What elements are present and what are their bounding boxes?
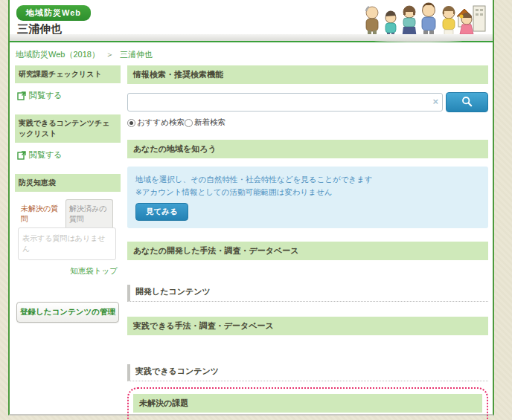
section-header-unsolved-issues: 未解決の課題	[133, 394, 482, 413]
tab-solved-questions[interactable]: 解決済みの質問	[65, 199, 113, 227]
section-header-developed: あなたの開発した手法・調査・データベース	[127, 242, 488, 260]
subsection-practice-contents: 実践できるコンテンツ	[127, 364, 488, 381]
breadcrumb: 地域防災Web（2018） ＞ 三浦伸也	[10, 42, 493, 65]
manage-registered-contents-button[interactable]: 登録したコンテンツの管理	[16, 302, 119, 323]
section-header-region: あなたの地域を知ろう	[127, 140, 488, 158]
view-link-label: 閲覧する	[29, 149, 63, 161]
view-link-label: 閲覧する	[29, 90, 63, 101]
search-button[interactable]	[446, 92, 488, 112]
search-row: ×	[127, 92, 488, 112]
highlight-annotation-box: 未解決の課題 あなたの研究に関連するかもしれない未解決の課題 課題 NO IMA…	[127, 387, 488, 420]
no-questions-message: 表示する質問はありません	[18, 227, 116, 260]
radio-recommended-label: おすすめ検索	[137, 117, 185, 128]
breadcrumb-separator: ＞	[106, 50, 114, 59]
open-page-icon	[17, 151, 26, 160]
radio-checked-icon	[127, 119, 135, 127]
clear-search-icon[interactable]: ×	[432, 97, 438, 106]
region-info-box: 地域を選択し、その自然特性・社会特性などを見ることができます ※アカウント情報と…	[127, 167, 488, 228]
sidebar-header-research-checklist: 研究課題チェックリスト	[15, 65, 121, 83]
chiebukuro-top-link[interactable]: 知恵袋トップ	[15, 266, 118, 277]
sidebar: 研究課題チェックリスト 閲覧する 実践できるコンテンツチェックリスト 閲覧する …	[15, 65, 121, 420]
search-mode-radios: おすすめ検索 新着検索	[127, 117, 488, 128]
page-frame: 地域防災Web 三浦伸也	[8, 0, 494, 416]
site-header: 地域防災Web 三浦伸也	[10, 0, 493, 42]
radio-new-label: 新着検索	[194, 117, 225, 128]
breadcrumb-current-link[interactable]: 三浦伸也	[120, 50, 153, 59]
radio-unchecked-icon	[185, 119, 193, 127]
section-header-practice-methods: 実践できる手法・調査・データベース	[127, 317, 488, 335]
subsection-developed-contents: 開発したコンテンツ	[127, 285, 488, 302]
research-checklist-view-link[interactable]: 閲覧する	[17, 90, 121, 101]
radio-new-search[interactable]: 新着検索	[185, 117, 225, 128]
see-region-button[interactable]: 見てみる	[135, 203, 188, 221]
header-divider	[10, 34, 493, 41]
main-content: 情報検索・推奨検索機能 × おすすめ検索	[127, 65, 488, 420]
region-info-line1: 地域を選択し、その自然特性・社会特性などを見ることができます	[135, 173, 480, 186]
region-info-line2: ※アカウント情報としての活動可能範囲は変わりません	[135, 186, 480, 198]
search-input[interactable]	[127, 93, 443, 112]
radio-recommended-search[interactable]: おすすめ検索	[127, 117, 185, 128]
tab-unsolved-questions[interactable]: 未解決の質問	[18, 200, 65, 227]
section-header-search: 情報検索・推奨検索機能	[127, 65, 488, 84]
magnifier-icon	[461, 96, 473, 109]
sidebar-header-practice-checklist: 実践できるコンテンツチェックリスト	[15, 114, 121, 143]
sidebar-header-chiebukuro: 防災知恵袋	[15, 174, 121, 192]
open-page-icon	[17, 91, 26, 100]
practice-checklist-view-link[interactable]: 閲覧する	[17, 149, 121, 161]
app-badge[interactable]: 地域防災Web	[16, 5, 91, 21]
breadcrumb-root-link[interactable]: 地域防災Web（2018）	[16, 50, 100, 59]
chiebukuro-tabs: 未解決の質問 解決済みの質問	[18, 199, 121, 227]
